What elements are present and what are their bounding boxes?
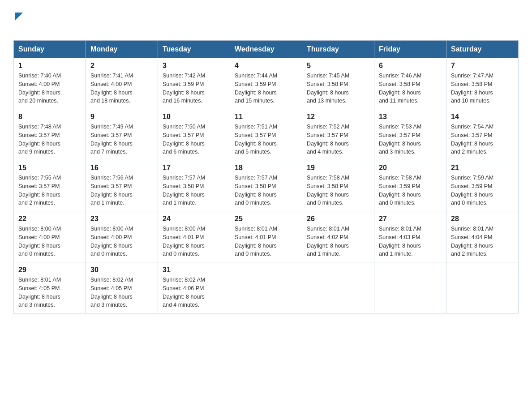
calendar-cell: 22 Sunrise: 8:00 AMSunset: 4:00 PMDaylig… — [14, 211, 86, 262]
calendar-cell: 14 Sunrise: 7:54 AMSunset: 3:57 PMDaylig… — [446, 109, 519, 160]
day-info: Sunrise: 8:00 AMSunset: 4:00 PMDaylight:… — [90, 225, 153, 258]
day-info: Sunrise: 7:48 AMSunset: 3:57 PMDaylight:… — [18, 123, 81, 156]
day-info: Sunrise: 7:44 AMSunset: 3:59 PMDaylight:… — [235, 72, 297, 105]
day-number: 7 — [451, 62, 514, 70]
day-info: Sunrise: 8:01 AMSunset: 4:04 PMDaylight:… — [451, 225, 514, 258]
calendar-week-row: 1 Sunrise: 7:40 AMSunset: 4:00 PMDayligh… — [14, 58, 519, 109]
column-header-thursday: Thursday — [302, 41, 374, 58]
calendar-cell: 18 Sunrise: 7:57 AMSunset: 3:58 PMDaylig… — [230, 160, 302, 211]
day-info: Sunrise: 8:01 AMSunset: 4:02 PMDaylight:… — [307, 225, 369, 258]
day-info: Sunrise: 8:01 AMSunset: 4:01 PMDaylight:… — [235, 225, 297, 258]
day-info: Sunrise: 7:56 AMSunset: 3:57 PMDaylight:… — [90, 174, 153, 207]
calendar-cell: 10 Sunrise: 7:50 AMSunset: 3:57 PMDaylig… — [158, 109, 230, 160]
day-info: Sunrise: 7:47 AMSunset: 3:58 PMDaylight:… — [451, 72, 514, 105]
day-info: Sunrise: 8:02 AMSunset: 4:05 PMDaylight:… — [90, 276, 153, 309]
column-header-saturday: Saturday — [446, 41, 519, 58]
day-number: 25 — [235, 215, 297, 223]
day-number: 3 — [163, 62, 225, 70]
day-number: 26 — [307, 215, 369, 223]
day-number: 27 — [379, 215, 442, 223]
calendar-cell: 17 Sunrise: 7:57 AMSunset: 3:58 PMDaylig… — [158, 160, 230, 211]
day-number: 20 — [379, 164, 442, 172]
day-number: 31 — [163, 266, 225, 274]
day-number: 14 — [451, 113, 514, 121]
day-number: 24 — [163, 215, 225, 223]
calendar-cell: 5 Sunrise: 7:45 AMSunset: 3:58 PMDayligh… — [302, 58, 374, 109]
calendar-cell: 7 Sunrise: 7:47 AMSunset: 3:58 PMDayligh… — [446, 58, 519, 109]
day-number: 6 — [379, 62, 442, 70]
calendar-cell: 9 Sunrise: 7:49 AMSunset: 3:57 PMDayligh… — [86, 109, 158, 160]
calendar-cell: 1 Sunrise: 7:40 AMSunset: 4:00 PMDayligh… — [14, 58, 86, 109]
day-number: 15 — [18, 164, 81, 172]
calendar-cell: 19 Sunrise: 7:58 AMSunset: 3:58 PMDaylig… — [302, 160, 374, 211]
calendar-cell: 24 Sunrise: 8:00 AMSunset: 4:01 PMDaylig… — [158, 211, 230, 262]
day-number: 29 — [18, 266, 81, 274]
calendar-cell: 26 Sunrise: 8:01 AMSunset: 4:02 PMDaylig… — [302, 211, 374, 262]
day-number: 9 — [90, 113, 153, 121]
day-number: 22 — [18, 215, 81, 223]
calendar-cell: 16 Sunrise: 7:56 AMSunset: 3:57 PMDaylig… — [86, 160, 158, 211]
day-info: Sunrise: 7:57 AMSunset: 3:58 PMDaylight:… — [235, 174, 297, 207]
day-info: Sunrise: 7:52 AMSunset: 3:57 PMDaylight:… — [307, 123, 369, 156]
page-header — [13, 11, 519, 33]
day-info: Sunrise: 7:58 AMSunset: 3:59 PMDaylight:… — [379, 174, 442, 207]
day-number: 12 — [307, 113, 369, 121]
day-number: 5 — [307, 62, 369, 70]
calendar-cell: 8 Sunrise: 7:48 AMSunset: 3:57 PMDayligh… — [14, 109, 86, 160]
day-info: Sunrise: 7:59 AMSunset: 3:59 PMDaylight:… — [451, 174, 514, 207]
calendar-week-row: 22 Sunrise: 8:00 AMSunset: 4:00 PMDaylig… — [14, 211, 519, 262]
day-info: Sunrise: 7:46 AMSunset: 3:58 PMDaylight:… — [379, 72, 442, 105]
day-info: Sunrise: 7:51 AMSunset: 3:57 PMDaylight:… — [235, 123, 297, 156]
day-info: Sunrise: 7:53 AMSunset: 3:57 PMDaylight:… — [379, 123, 442, 156]
day-info: Sunrise: 8:01 AMSunset: 4:03 PMDaylight:… — [379, 225, 442, 258]
logo-arrow-icon — [15, 13, 23, 21]
calendar-cell: 11 Sunrise: 7:51 AMSunset: 3:57 PMDaylig… — [230, 109, 302, 160]
calendar-cell: 31 Sunrise: 8:02 AMSunset: 4:06 PMDaylig… — [158, 262, 230, 313]
day-info: Sunrise: 7:58 AMSunset: 3:58 PMDaylight:… — [307, 174, 369, 207]
day-number: 2 — [90, 62, 153, 70]
calendar-week-row: 15 Sunrise: 7:55 AMSunset: 3:57 PMDaylig… — [14, 160, 519, 211]
day-info: Sunrise: 7:41 AMSunset: 4:00 PMDaylight:… — [90, 72, 153, 105]
calendar-cell: 4 Sunrise: 7:44 AMSunset: 3:59 PMDayligh… — [230, 58, 302, 109]
calendar-cell — [374, 262, 446, 313]
calendar-week-row: 29 Sunrise: 8:01 AMSunset: 4:05 PMDaylig… — [14, 262, 519, 313]
calendar-cell: 20 Sunrise: 7:58 AMSunset: 3:59 PMDaylig… — [374, 160, 446, 211]
calendar-cell: 13 Sunrise: 7:53 AMSunset: 3:57 PMDaylig… — [374, 109, 446, 160]
calendar-cell: 30 Sunrise: 8:02 AMSunset: 4:05 PMDaylig… — [86, 262, 158, 313]
column-header-monday: Monday — [86, 41, 158, 58]
day-number: 1 — [18, 62, 81, 70]
calendar-cell: 15 Sunrise: 7:55 AMSunset: 3:57 PMDaylig… — [14, 160, 86, 211]
logo — [13, 11, 23, 33]
calendar-cell: 2 Sunrise: 7:41 AMSunset: 4:00 PMDayligh… — [86, 58, 158, 109]
calendar-cell: 21 Sunrise: 7:59 AMSunset: 3:59 PMDaylig… — [446, 160, 519, 211]
day-info: Sunrise: 7:50 AMSunset: 3:57 PMDaylight:… — [163, 123, 225, 156]
day-number: 18 — [235, 164, 297, 172]
day-info: Sunrise: 7:55 AMSunset: 3:57 PMDaylight:… — [18, 174, 81, 207]
day-info: Sunrise: 8:02 AMSunset: 4:06 PMDaylight:… — [163, 276, 225, 309]
day-number: 4 — [235, 62, 297, 70]
column-header-wednesday: Wednesday — [230, 41, 302, 58]
day-number: 19 — [307, 164, 369, 172]
column-header-friday: Friday — [374, 41, 446, 58]
day-number: 23 — [90, 215, 153, 223]
calendar-table: SundayMondayTuesdayWednesdayThursdayFrid… — [13, 40, 519, 313]
calendar-header-row: SundayMondayTuesdayWednesdayThursdayFrid… — [14, 41, 519, 58]
calendar-cell — [230, 262, 302, 313]
day-number: 17 — [163, 164, 225, 172]
day-number: 11 — [235, 113, 297, 121]
calendar-cell: 27 Sunrise: 8:01 AMSunset: 4:03 PMDaylig… — [374, 211, 446, 262]
day-number: 8 — [18, 113, 81, 121]
day-number: 28 — [451, 215, 514, 223]
calendar-cell: 6 Sunrise: 7:46 AMSunset: 3:58 PMDayligh… — [374, 58, 446, 109]
day-info: Sunrise: 8:00 AMSunset: 4:01 PMDaylight:… — [163, 225, 225, 258]
calendar-cell: 12 Sunrise: 7:52 AMSunset: 3:57 PMDaylig… — [302, 109, 374, 160]
day-number: 13 — [379, 113, 442, 121]
calendar-cell: 29 Sunrise: 8:01 AMSunset: 4:05 PMDaylig… — [14, 262, 86, 313]
day-number: 16 — [90, 164, 153, 172]
day-info: Sunrise: 7:57 AMSunset: 3:58 PMDaylight:… — [163, 174, 225, 207]
calendar-cell — [302, 262, 374, 313]
day-number: 21 — [451, 164, 514, 172]
day-info: Sunrise: 7:45 AMSunset: 3:58 PMDaylight:… — [307, 72, 369, 105]
day-info: Sunrise: 7:42 AMSunset: 3:59 PMDaylight:… — [163, 72, 225, 105]
day-info: Sunrise: 8:00 AMSunset: 4:00 PMDaylight:… — [18, 225, 81, 258]
